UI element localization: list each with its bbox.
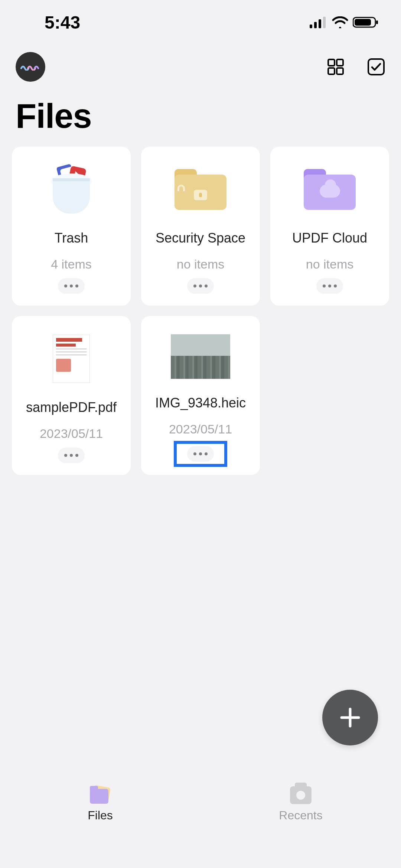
- highlighted-more: [174, 441, 227, 467]
- card-subtitle: no items: [177, 257, 225, 272]
- more-icon: [64, 454, 78, 457]
- battery-icon: [353, 16, 379, 28]
- more-button[interactable]: [58, 448, 85, 463]
- header-row: [0, 37, 401, 85]
- item-sample-pdf[interactable]: samplePDF.pdf 2023/05/11: [12, 316, 131, 475]
- files-tab-icon: [89, 786, 111, 804]
- tab-label: Files: [88, 809, 113, 822]
- pdf-thumbnail-icon: [53, 335, 90, 383]
- more-icon: [193, 285, 208, 287]
- item-img-9348[interactable]: IMG_9348.heic 2023/05/11: [141, 316, 260, 475]
- status-time: 5:43: [45, 12, 80, 33]
- svg-rect-7: [328, 59, 335, 66]
- select-button[interactable]: [367, 58, 385, 76]
- header-actions: [327, 58, 385, 76]
- svg-rect-9: [328, 68, 335, 74]
- folder-lock-icon: [175, 169, 226, 210]
- add-button[interactable]: [322, 690, 378, 745]
- folder-cloud-icon: [304, 169, 356, 210]
- svg-rect-0: [310, 25, 312, 28]
- more-icon: [64, 285, 78, 287]
- signal-icon: [310, 16, 327, 28]
- app-logo-icon: [20, 63, 40, 71]
- card-subtitle: 2023/05/11: [40, 426, 103, 441]
- card-subtitle: 2023/05/11: [169, 422, 232, 436]
- more-button[interactable]: [187, 278, 214, 294]
- more-button[interactable]: [316, 278, 343, 294]
- card-icon: [277, 158, 382, 221]
- item-updf-cloud[interactable]: UPDF Cloud no items: [270, 147, 389, 306]
- card-title: Trash: [55, 230, 88, 246]
- view-grid-button[interactable]: [327, 58, 345, 76]
- card-icon: [19, 327, 124, 390]
- more-icon: [193, 452, 208, 455]
- photo-thumbnail-icon: [171, 334, 230, 379]
- avatar[interactable]: [16, 52, 45, 82]
- more-button[interactable]: [58, 278, 85, 294]
- status-bar: 5:43: [0, 0, 401, 37]
- card-title: Security Space: [156, 230, 245, 246]
- status-icons: [310, 16, 379, 28]
- card-title: UPDF Cloud: [292, 230, 367, 246]
- svg-rect-8: [337, 59, 343, 66]
- card-subtitle: no items: [306, 257, 354, 272]
- item-trash[interactable]: Trash 4 items: [12, 147, 131, 306]
- plus-icon: [339, 706, 362, 729]
- grid-icon: [327, 58, 345, 76]
- tab-label: Recents: [279, 809, 322, 822]
- more-button[interactable]: [187, 446, 214, 462]
- card-icon: [148, 158, 253, 221]
- svg-rect-6: [376, 20, 378, 24]
- svg-rect-11: [368, 59, 384, 75]
- svg-rect-2: [319, 19, 321, 28]
- card-icon: [148, 327, 253, 386]
- page-title: Files: [0, 85, 401, 147]
- file-grid: Trash 4 items Security Space no items: [0, 147, 401, 475]
- tab-files[interactable]: Files: [0, 786, 200, 868]
- tab-bar: Files Recents: [0, 771, 401, 868]
- card-icon: [19, 158, 124, 221]
- svg-rect-3: [323, 17, 326, 28]
- tab-recents[interactable]: Recents: [200, 786, 401, 868]
- trash-icon: [49, 165, 94, 214]
- more-icon: [323, 285, 337, 287]
- card-subtitle: 4 items: [51, 257, 92, 272]
- item-security-space[interactable]: Security Space no items: [141, 147, 260, 306]
- wifi-icon: [332, 16, 348, 28]
- checkbox-icon: [367, 58, 385, 76]
- recents-tab-icon: [290, 786, 312, 804]
- card-title: IMG_9348.heic: [155, 395, 246, 411]
- card-title: samplePDF.pdf: [26, 400, 117, 415]
- svg-rect-5: [355, 19, 371, 26]
- svg-rect-10: [337, 68, 343, 74]
- svg-rect-1: [314, 22, 317, 28]
